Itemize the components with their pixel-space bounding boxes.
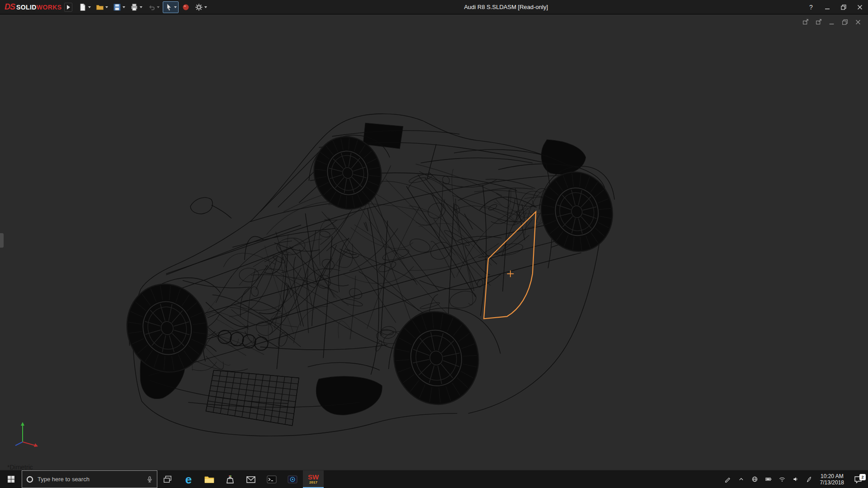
show-hidden-icons-button[interactable]: [735, 470, 748, 488]
restore-icon: [841, 19, 849, 26]
main-toolbar: [77, 1, 209, 13]
start-button[interactable]: [0, 470, 22, 488]
volume-tray-button[interactable]: [789, 470, 802, 488]
solidworks-taskbar-button[interactable]: SW 2017: [303, 470, 324, 488]
file-explorer-button[interactable]: [199, 470, 220, 488]
collapsed-panel-handle[interactable]: [0, 233, 4, 248]
dropdown-caret-icon[interactable]: [157, 6, 160, 8]
action-center-button[interactable]: 2: [848, 475, 868, 483]
ink-workspace-button[interactable]: [802, 470, 816, 488]
minimize-icon: [828, 19, 835, 26]
chevron-up-icon: [738, 476, 745, 483]
help-button[interactable]: ?: [803, 0, 819, 14]
command-prompt-icon: [266, 474, 277, 484]
close-button[interactable]: [852, 0, 868, 14]
open-folder-icon: [96, 3, 104, 11]
restore-icon: [841, 5, 846, 10]
wireframe-car-model: [0, 14, 868, 470]
wifi-icon: [778, 476, 786, 483]
close-icon: [857, 5, 863, 10]
window-controls: ?: [803, 0, 868, 14]
store-button[interactable]: [220, 470, 241, 488]
volume-icon: [792, 476, 799, 483]
pop-out-icon: [815, 19, 822, 26]
restore-button[interactable]: [835, 0, 852, 14]
close-icon: [854, 19, 862, 26]
dropdown-caret-icon[interactable]: [88, 6, 91, 8]
cortana-icon: [26, 475, 34, 483]
windows-taskbar: e: [0, 470, 868, 488]
print-button[interactable]: [128, 1, 144, 13]
brand-solid: SOLID: [16, 4, 37, 11]
edge-icon: e: [185, 474, 192, 485]
task-view-icon: [163, 474, 173, 484]
pop-out-window-button[interactable]: [801, 18, 810, 26]
appearance-button[interactable]: [180, 1, 192, 13]
select-cursor-icon: [165, 3, 173, 11]
dropdown-caret-icon[interactable]: [174, 6, 177, 8]
clock-time: 10:20 AM: [820, 473, 844, 479]
selection-cross-marker: [507, 271, 514, 277]
document-window-controls: [801, 18, 863, 26]
search-input[interactable]: [38, 476, 142, 483]
undo-button[interactable]: [146, 1, 161, 13]
select-tool-button[interactable]: [163, 1, 179, 13]
document-title: Audi R8 S.SLDASM [Read-only]: [209, 4, 803, 10]
microphone-icon[interactable]: [146, 475, 153, 483]
pop-out-icon: [802, 19, 809, 26]
pop-out-window-button[interactable]: [814, 18, 823, 26]
media-app-button[interactable]: [282, 470, 303, 488]
dropdown-caret-icon[interactable]: [105, 6, 108, 8]
task-view-button[interactable]: [157, 470, 178, 488]
command-prompt-button[interactable]: [261, 470, 282, 488]
view-orientation-label: *Dimetric: [7, 464, 33, 470]
solidworks-app-icon: SW 2017: [307, 473, 320, 486]
open-button[interactable]: [94, 1, 110, 13]
ink-pen-icon: [806, 476, 812, 483]
globe-icon: [751, 476, 758, 483]
battery-icon: [765, 476, 772, 483]
titlebar: DS SOLID WORKS: [0, 0, 868, 14]
dropdown-caret-icon[interactable]: [204, 6, 207, 8]
edge-button[interactable]: e: [178, 470, 199, 488]
minimize-icon: [825, 5, 830, 10]
menu-flyout-button[interactable]: [64, 3, 72, 12]
dropdown-caret-icon[interactable]: [140, 6, 142, 8]
save-button[interactable]: [111, 1, 127, 13]
pen-icon: [724, 476, 731, 483]
taskbar-search-box[interactable]: [22, 470, 157, 488]
file-explorer-icon: [204, 474, 215, 484]
battery-tray-button[interactable]: [762, 470, 775, 488]
windows-logo-icon: [7, 475, 15, 483]
print-icon: [130, 3, 138, 11]
dropdown-caret-icon[interactable]: [123, 6, 125, 8]
restore-document-button[interactable]: [840, 18, 849, 26]
wifi-tray-button[interactable]: [775, 470, 789, 488]
graphics-area[interactable]: *Dimetric: [0, 14, 868, 470]
gear-icon: [195, 3, 203, 11]
mail-envelope-icon: [245, 474, 256, 484]
appearance-sphere-icon: [182, 3, 190, 11]
triad-axes-icon: [12, 419, 41, 448]
new-document-button[interactable]: [77, 1, 93, 13]
clock-date: 7/13/2018: [820, 479, 844, 486]
ds-logo-mark: DS: [5, 2, 15, 12]
solidworks-window: DS SOLID WORKS: [0, 0, 868, 488]
pen-tray-button[interactable]: [721, 470, 735, 488]
media-app-icon: [287, 474, 298, 484]
close-document-button[interactable]: [854, 18, 863, 26]
brand-works: WORKS: [37, 4, 62, 11]
menu-flyout-arrow-icon: [67, 5, 70, 9]
undo-arrow-icon: [147, 3, 156, 11]
minimize-document-button[interactable]: [827, 18, 836, 26]
system-tray: 10:20 AM 7/13/2018 2: [721, 470, 868, 488]
minimize-button[interactable]: [819, 0, 835, 14]
new-document-icon: [79, 3, 87, 11]
mail-button[interactable]: [241, 470, 261, 488]
taskbar-clock[interactable]: 10:20 AM 7/13/2018: [816, 473, 848, 486]
network-tray-button[interactable]: [748, 470, 762, 488]
notification-badge: 2: [859, 474, 866, 480]
orientation-triad[interactable]: [12, 419, 41, 450]
options-button[interactable]: [193, 1, 209, 13]
store-bag-icon: [225, 474, 236, 485]
